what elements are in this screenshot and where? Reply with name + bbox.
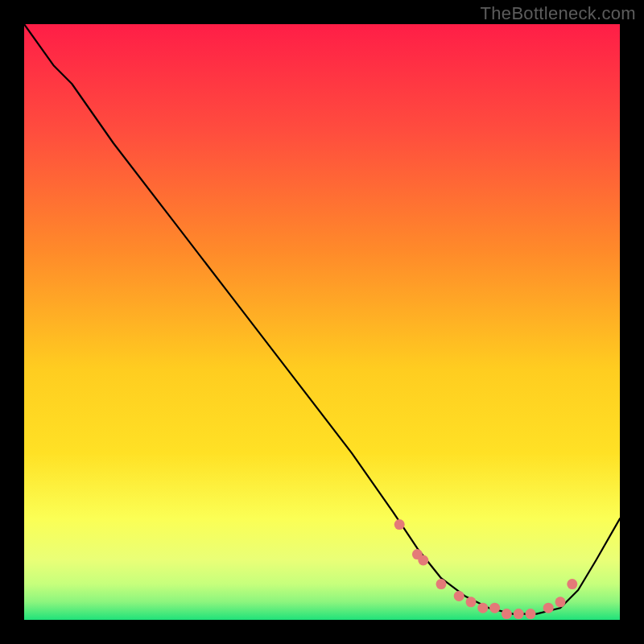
marker-dot (477, 603, 488, 613)
plot-area (24, 24, 620, 620)
marker-dot (555, 597, 566, 607)
marker-dot (394, 519, 405, 530)
marker-dot (543, 603, 554, 613)
marker-dot (454, 591, 464, 601)
gradient-bg (24, 24, 620, 620)
marker-dot (436, 579, 447, 589)
bottleneck-chart (24, 24, 620, 620)
watermark-text: TheBottleneck.com (481, 3, 636, 24)
marker-dot (502, 609, 512, 619)
marker-dot (489, 603, 500, 613)
marker-dot (466, 597, 477, 607)
marker-dot (418, 555, 428, 566)
marker-dot (526, 609, 536, 619)
chart-frame: TheBottleneck.com (0, 0, 644, 644)
marker-dot (514, 609, 524, 619)
marker-dot (567, 579, 577, 589)
